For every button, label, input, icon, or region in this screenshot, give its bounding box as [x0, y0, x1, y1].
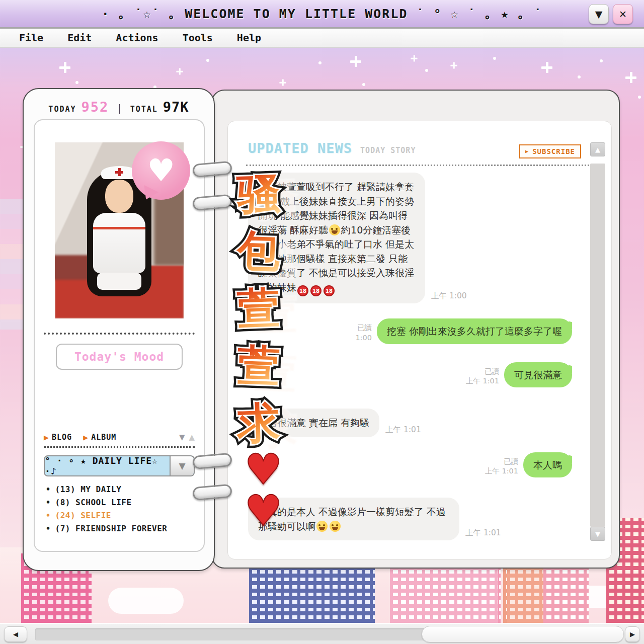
message-text: 本人嗎 — [533, 459, 562, 470]
category-school-life[interactable]: • (8) SCHOOL LIFE — [44, 498, 195, 507]
menu-actions[interactable]: Actions — [116, 32, 158, 44]
message-timestamp: 上午 1:01 — [485, 466, 518, 476]
desktop-background: UPDATED NEWS TODAY STORY ▶ SUBSCRIBE 小頭被… — [0, 48, 644, 623]
news-header: UPDATED NEWS TODAY STORY ▶ SUBSCRIBE — [248, 140, 581, 158]
title-bar: · ｡ ˙☆˙ ｡ WELCOME TO MY LITTLE WORLD ˙ °… — [0, 0, 644, 29]
menu-edit[interactable]: Edit — [67, 32, 92, 44]
stats-divider: | — [118, 103, 121, 114]
chevron-down-icon[interactable]: ▼ — [179, 433, 185, 442]
message-text: 挖塞 你剛出來沒多久就打了這麼多字了喔 — [387, 326, 562, 337]
message-meta: 已讀 1:00 — [355, 323, 372, 343]
sparkle-icon — [279, 79, 286, 86]
sticker-char: 骚骚骚骚 — [226, 167, 290, 220]
category-friendship-forever[interactable]: • (7) FRIENDSHIP FOREVER — [44, 524, 195, 533]
chat-message-outgoing: 已讀 上午 1:01 本人嗎 — [248, 452, 572, 478]
heart-emoji: ♥ — [245, 490, 282, 532]
message-timestamp: 1:00 — [355, 333, 372, 343]
chevron-up-icon[interactable]: ▲ — [189, 433, 195, 442]
laughing-emoji — [330, 521, 341, 532]
play-icon: ▶ — [44, 434, 49, 441]
heart-icon: ♥ — [147, 155, 175, 186]
vertical-scrollbar[interactable]: ▲ ▼ — [590, 142, 605, 541]
menu-tools[interactable]: Tools — [183, 32, 213, 44]
subscribe-button[interactable]: ▶ SUBSCRIBE — [519, 144, 581, 158]
blog-album-nav: ▶ BLOG ▶ ALBUM ▼ ▲ — [44, 433, 195, 442]
category-my-daily[interactable]: • (13) MY DAILY — [44, 485, 195, 494]
album-link[interactable]: ▶ ALBUM — [83, 433, 116, 442]
message-timestamp: 上午 1:00 — [431, 291, 467, 301]
horizontal-scrollbar[interactable]: ◀ ▶ — [0, 623, 644, 644]
vertical-sticker-text: 骚骚骚骚 包包包包 萱萱萱萱 萱萱萱萱 求求求求 — [227, 168, 290, 454]
read-receipt: 已讀 — [485, 457, 518, 467]
bullet-icon: • — [46, 485, 51, 494]
sparkle-icon — [450, 62, 457, 68]
scrollbar-track[interactable] — [590, 164, 605, 527]
sparkle-icon — [625, 72, 636, 83]
dotted-divider — [44, 333, 195, 335]
scrollbar-thumb[interactable] — [422, 626, 624, 642]
menu-help[interactable]: Help — [237, 32, 261, 44]
under-18-icon: 18 — [310, 285, 321, 296]
message-timestamp: 上午 1:01 — [385, 425, 421, 435]
under-18-icon: 18 — [324, 285, 335, 296]
window-title: · ｡ ˙☆˙ ｡ WELCOME TO MY LITTLE WORLD ˙ °… — [0, 7, 644, 21]
dropdown-value: ° · ∘ ★ DAILY LIFE☆ ·♪ — [45, 456, 170, 475]
sparkle-icon — [59, 62, 70, 73]
scroll-left-button[interactable]: ◀ — [4, 626, 27, 642]
heart-emoji: ♥ — [245, 448, 282, 491]
sparkle-dots — [0, 48, 3, 51]
menu-file[interactable]: File — [19, 32, 43, 44]
bullet-icon: • — [46, 498, 51, 507]
cloud — [108, 588, 184, 614]
category-list: • (13) MY DAILY • (8) SCHOOL LIFE • (24)… — [44, 485, 195, 533]
bullet-icon: • — [46, 511, 51, 520]
today-count: 952 — [82, 99, 109, 115]
chat-bubble: 可見很滿意 — [504, 362, 572, 388]
chat-bubble: 本人嗎 — [523, 452, 572, 478]
sticker-char: 求求求求 — [226, 396, 290, 449]
play-icon: ▶ — [525, 148, 529, 154]
laughing-emoji — [316, 521, 328, 532]
total-count: 97K — [163, 99, 189, 115]
subscribe-label: SUBSCRIBE — [532, 147, 575, 155]
dotted-divider — [44, 446, 195, 448]
play-icon: ▶ — [83, 434, 88, 441]
close-button[interactable]: ✕ — [613, 4, 633, 24]
category-dropdown[interactable]: ° · ∘ ★ DAILY LIFE☆ ·♪ ▼ — [44, 455, 195, 476]
scroll-down-button[interactable]: ▼ — [590, 527, 605, 541]
sticker-char: 包包包包 — [226, 224, 290, 277]
pastel-stripes — [0, 199, 23, 330]
bullet-icon: • — [46, 524, 51, 533]
chat-message-incoming: 對真的是本人 不過像影片一樣剪短髮了 不過那騷勁可以啊 上午 1:01 — [248, 498, 572, 540]
dotted-divider — [246, 165, 589, 166]
sticker-char: 萱萱萱萱 — [226, 281, 290, 335]
sparkle-icon — [411, 55, 417, 61]
sticker-char: 萱萱萱萱 — [226, 339, 290, 392]
scroll-right-button[interactable]: ▶ — [625, 626, 640, 642]
building — [249, 561, 375, 623]
message-timestamp: 上午 1:01 — [466, 376, 499, 386]
sparkle-icon — [176, 68, 183, 74]
message-meta: 已讀 上午 1:01 — [485, 457, 518, 476]
read-receipt: 已讀 — [466, 367, 499, 377]
message-text: 對真的是本人 不過像影片一樣剪短髮了 不過那騷勁可以啊 — [258, 506, 446, 532]
message-text: 可見很滿意 — [514, 369, 562, 380]
scroll-up-button[interactable]: ▲ — [590, 142, 605, 156]
todays-mood-button[interactable]: Today's Mood — [56, 344, 183, 370]
total-label: TOTAL — [130, 105, 158, 114]
message-timestamp: 上午 1:01 — [465, 528, 501, 538]
category-selfie[interactable]: • (24) SELFIE — [44, 511, 195, 520]
chevron-down-icon: ▼ — [179, 461, 185, 471]
updated-news-title: UPDATED NEWS — [248, 140, 352, 156]
read-receipt: 已讀 — [355, 323, 372, 333]
blog-link[interactable]: ▶ BLOG — [44, 433, 72, 442]
sparkle-icon — [541, 62, 552, 73]
laughing-sweat-emoji — [329, 224, 340, 235]
minimize-button[interactable]: ▼ — [589, 4, 609, 24]
visitor-stats: TODAY 952 | TOTAL 97K — [24, 99, 214, 115]
left-notebook-page: TODAY 952 | TOTAL 97K Today's Mood ▶ BLO… — [23, 88, 215, 571]
heart-speech-bubble: ♥ — [132, 141, 190, 200]
chat-bubble: 挖塞 你剛出來沒多久就打了這麼多字了喔 — [377, 318, 572, 344]
dropdown-button[interactable]: ▼ — [170, 456, 194, 475]
today-story-subtitle: TODAY STORY — [360, 146, 416, 155]
